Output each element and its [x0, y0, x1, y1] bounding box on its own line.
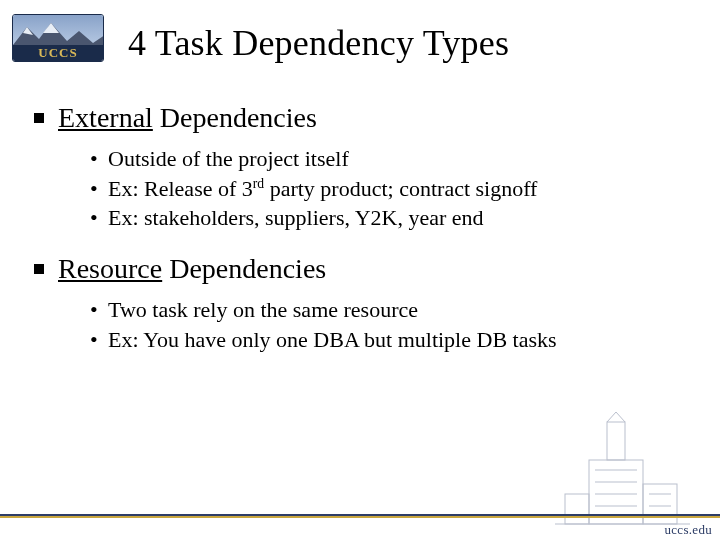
mountain-icon	[13, 21, 104, 45]
sub-bullets: •Outside of the project itself •Ex: Rele…	[90, 144, 690, 233]
slide-body: External Dependencies •Outside of the pr…	[34, 102, 690, 374]
list-item: •Ex: You have only one DBA but multiple …	[90, 325, 690, 355]
brand-logo: UCCS	[12, 14, 104, 62]
sub-bullets: •Two task rely on the same resource •Ex:…	[90, 295, 690, 354]
section-heading: External Dependencies	[34, 102, 690, 134]
heading-rest: Dependencies	[153, 102, 317, 133]
list-item: •Ex: Release of 3rd party product; contr…	[90, 174, 690, 204]
svg-marker-1	[43, 23, 59, 33]
building-watermark-icon	[555, 410, 690, 540]
list-item: •Two task rely on the same resource	[90, 295, 690, 325]
heading-underlined: Resource	[58, 253, 162, 284]
slide-title: 4 Task Dependency Types	[128, 22, 509, 64]
bullet-square-icon	[34, 264, 44, 274]
heading-rest: Dependencies	[162, 253, 326, 284]
svg-rect-5	[565, 494, 589, 524]
bullet-square-icon	[34, 113, 44, 123]
section-heading: Resource Dependencies	[34, 253, 690, 285]
footer-divider	[0, 514, 720, 518]
list-item: •Ex: stakeholders, suppliers, Y2K, year …	[90, 203, 690, 233]
svg-rect-6	[643, 484, 677, 524]
heading-underlined: External	[58, 102, 153, 133]
logo-text: UCCS	[38, 45, 77, 61]
svg-marker-0	[13, 23, 104, 45]
list-item: •Outside of the project itself	[90, 144, 690, 174]
footer-url: uccs.edu	[664, 522, 712, 538]
svg-rect-3	[607, 422, 625, 460]
